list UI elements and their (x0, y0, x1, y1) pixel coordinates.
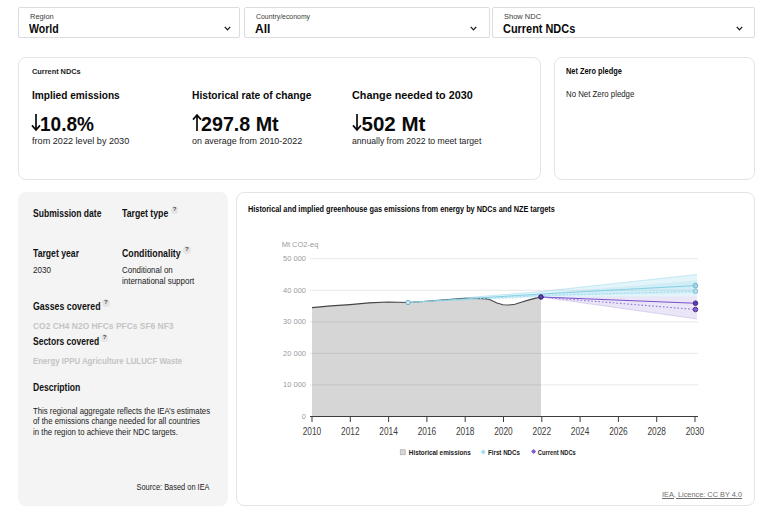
svg-text:Mt CO2-eq: Mt CO2-eq (282, 240, 319, 249)
svg-text:2014: 2014 (379, 426, 398, 437)
svg-text:Historical emissions: Historical emissions (409, 448, 471, 457)
svg-text:First NDCs: First NDCs (488, 448, 520, 457)
svg-text:2020: 2020 (494, 426, 513, 437)
svg-text:40 000: 40 000 (283, 286, 306, 295)
svg-text:20 000: 20 000 (283, 349, 306, 358)
svg-text:10 000: 10 000 (283, 380, 306, 389)
svg-text:2016: 2016 (418, 426, 437, 437)
svg-text:2028: 2028 (647, 426, 666, 437)
svg-text:2018: 2018 (456, 426, 475, 437)
svg-text:2026: 2026 (609, 426, 628, 437)
svg-text:0: 0 (302, 412, 306, 421)
svg-text:2024: 2024 (571, 426, 590, 437)
svg-text:Current NDCs: Current NDCs (538, 448, 576, 457)
svg-text:2030: 2030 (686, 426, 705, 437)
svg-text:2010: 2010 (303, 426, 322, 437)
svg-text:2022: 2022 (533, 426, 552, 437)
svg-text:30 000: 30 000 (283, 317, 306, 326)
svg-text:50 000: 50 000 (283, 254, 306, 263)
svg-text:2012: 2012 (341, 426, 360, 437)
